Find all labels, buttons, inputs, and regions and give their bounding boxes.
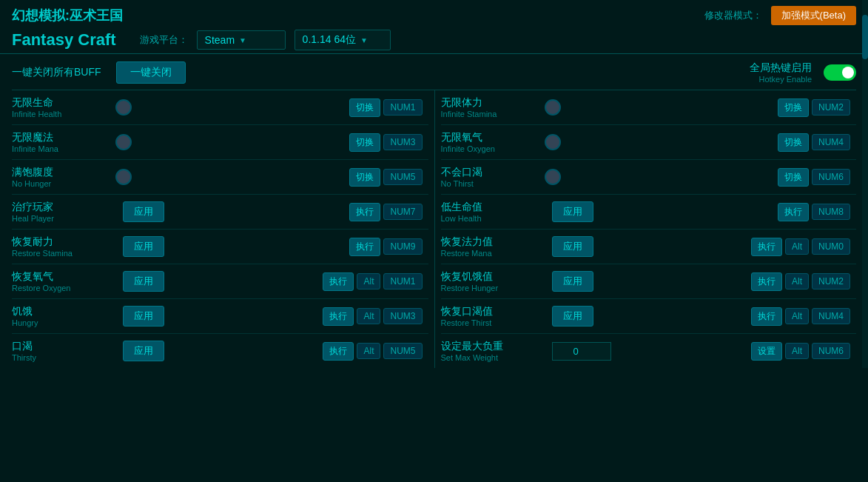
feature-set-max-weight: 设定最大负重 Set Max Weight 设置 Alt NUM6 (441, 334, 857, 368)
key-num2-hunger: NUM2 (812, 273, 850, 289)
feature-cn: 不会口渴 (441, 166, 537, 179)
feature-en: Thirsty (12, 353, 108, 362)
exec-btn-restoremana[interactable]: 执行 (751, 238, 782, 256)
feature-restore-hunger: 恢复饥饿值 Restore Hunger 应用 执行 Alt NUM2 (441, 264, 857, 299)
switch-btn-mana[interactable]: 切换 (349, 133, 380, 152)
key-num5: NUM5 (383, 169, 422, 185)
game-title-en: Fantasy Craft (12, 30, 116, 50)
exec-btn-restorethirst[interactable]: 执行 (751, 307, 782, 326)
feature-en: No Hunger (12, 179, 108, 188)
exec-btn-stamina[interactable]: 执行 (349, 238, 380, 256)
switch-btn-oxygen-r[interactable]: 切换 (778, 133, 809, 152)
key-num9: NUM9 (383, 238, 422, 255)
feature-cn: 无限魔法 (12, 131, 108, 144)
feature-low-health: 低生命值 Low Health 应用 执行 NUM8 (441, 195, 857, 230)
feature-no-thirst: 不会口渴 No Thirst 切换 NUM6 (441, 160, 857, 195)
mode-button[interactable]: 加强模式(Beta) (771, 6, 856, 25)
exec-btn-restorehunger[interactable]: 执行 (751, 272, 782, 291)
feature-cn: 低生命值 (441, 201, 537, 214)
switch-btn-health[interactable]: 切换 (349, 98, 380, 117)
feature-cn: 治疗玩家 (12, 201, 108, 214)
apply-btn-thirsty[interactable]: 应用 (123, 341, 164, 361)
apply-btn-hungry[interactable]: 应用 (123, 306, 164, 327)
hotkey-cn-label: 全局热键启用 (750, 61, 812, 75)
feature-thirsty: 口渴 Thirsty 应用 执行 Alt NUM5 (12, 334, 428, 368)
scrollbar-track[interactable] (862, 0, 868, 368)
key-num5-thirsty: NUM5 (383, 343, 422, 359)
scrollbar-thumb[interactable] (862, 15, 868, 59)
toggle-infinite-mana[interactable] (115, 134, 132, 150)
feature-en: Restore Thirst (441, 318, 537, 327)
apply-btn-restorehunger[interactable]: 应用 (552, 271, 593, 292)
max-weight-input[interactable] (552, 342, 611, 361)
feature-restore-oxygen: 恢复氧气 Restore Oxygen 应用 执行 Alt NUM1 (12, 264, 428, 299)
key-num0-mana: NUM0 (812, 238, 850, 255)
feature-cn: 恢复法力值 (441, 235, 537, 249)
feature-heal-player: 治疗玩家 Heal Player 应用 执行 NUM7 (12, 195, 428, 230)
feature-en: Infinite Stamina (441, 110, 537, 118)
key-mod-alt-thirst: Alt (785, 308, 809, 324)
set-btn-maxweight[interactable]: 设置 (751, 342, 782, 361)
switch-btn-hunger[interactable]: 切换 (349, 168, 380, 187)
exec-btn-heal[interactable]: 执行 (349, 203, 380, 221)
toggle-infinite-stamina[interactable] (545, 99, 561, 116)
feature-no-hunger: 满饱腹度 No Hunger 切换 NUM5 (12, 160, 428, 195)
key-num3: NUM3 (383, 134, 422, 150)
feature-en: Set Max Weight (441, 353, 537, 362)
exec-btn-hungry[interactable]: 执行 (323, 307, 354, 326)
feature-en: Restore Mana (441, 249, 537, 258)
apply-btn-oxygen[interactable]: 应用 (123, 271, 164, 292)
exec-btn-oxygen[interactable]: 执行 (323, 272, 354, 291)
feature-cn: 恢复口渴值 (441, 305, 537, 318)
key-mod-alt-oxygen: Alt (357, 273, 380, 289)
key-num4-thirst: NUM4 (812, 308, 850, 324)
feature-en: Heal Player (12, 214, 108, 223)
feature-infinite-health: 无限生命 Infinite Health 切换 NUM1 (12, 90, 428, 125)
feature-cn: 饥饿 (12, 305, 108, 318)
feature-cn: 设定最大负重 (441, 340, 537, 353)
feature-cn: 恢复饥饿值 (441, 270, 537, 284)
version-select[interactable]: 0.1.14 64位 ▼ (295, 30, 391, 50)
version-chevron-icon: ▼ (360, 36, 368, 44)
feature-restore-mana: 恢复法力值 Restore Mana 应用 执行 Alt NUM0 (441, 230, 857, 264)
toggle-no-hunger[interactable] (115, 169, 132, 185)
close-all-button[interactable]: 一键关闭 (116, 61, 186, 84)
toggle-infinite-health[interactable] (115, 99, 132, 116)
feature-infinite-stamina: 无限体力 Infinite Stamina 切换 NUM2 (441, 90, 857, 125)
feature-cn: 恢复耐力 (12, 235, 108, 249)
feature-en: Infinite Oxygen (441, 144, 537, 153)
key-num6-weight: NUM6 (812, 343, 850, 359)
feature-en: Restore Hunger (441, 284, 537, 292)
exec-btn-thirsty[interactable]: 执行 (323, 342, 354, 361)
switch-btn-thirst-r[interactable]: 切换 (778, 168, 809, 187)
feature-en: Restore Stamina (12, 249, 108, 258)
apply-btn-stamina[interactable]: 应用 (123, 236, 164, 257)
apply-btn-restorethirst[interactable]: 应用 (552, 306, 593, 327)
feature-restore-stamina: 恢复耐力 Restore Stamina 应用 执行 NUM9 (12, 230, 428, 264)
feature-hungry: 饥饿 Hungry 应用 执行 Alt NUM3 (12, 299, 428, 334)
buff-label: 一键关闭所有BUFF (12, 66, 101, 79)
hotkey-toggle[interactable] (824, 64, 856, 81)
platform-select[interactable]: Steam ▼ (197, 30, 286, 50)
key-num8: NUM8 (812, 204, 850, 220)
apply-btn-restoremana[interactable]: 应用 (552, 236, 593, 257)
feature-cn: 无限体力 (441, 96, 537, 110)
key-mod-alt-mana: Alt (785, 238, 809, 255)
exec-btn-lowhealth[interactable]: 执行 (778, 203, 809, 221)
key-num2: NUM2 (812, 99, 850, 116)
feature-cn: 口渴 (12, 340, 108, 353)
switch-btn-stamina-r[interactable]: 切换 (778, 98, 809, 117)
key-mod-alt-weight: Alt (785, 343, 809, 359)
toggle-infinite-oxygen[interactable] (545, 134, 561, 150)
toggle-no-thirst[interactable] (545, 169, 561, 185)
apply-btn-heal[interactable]: 应用 (123, 201, 164, 222)
feature-cn: 满饱腹度 (12, 166, 108, 179)
apply-btn-lowhealth[interactable]: 应用 (552, 201, 593, 222)
key-num3-hungry: NUM3 (383, 308, 422, 324)
feature-cn: 无限氧气 (441, 131, 537, 144)
key-num6: NUM6 (812, 169, 850, 185)
feature-en: Restore Oxygen (12, 284, 108, 292)
key-mod-alt-hungry: Alt (357, 308, 380, 324)
key-num1: NUM1 (383, 99, 422, 116)
hotkey-en-label: Hotkey Enable (750, 75, 812, 84)
